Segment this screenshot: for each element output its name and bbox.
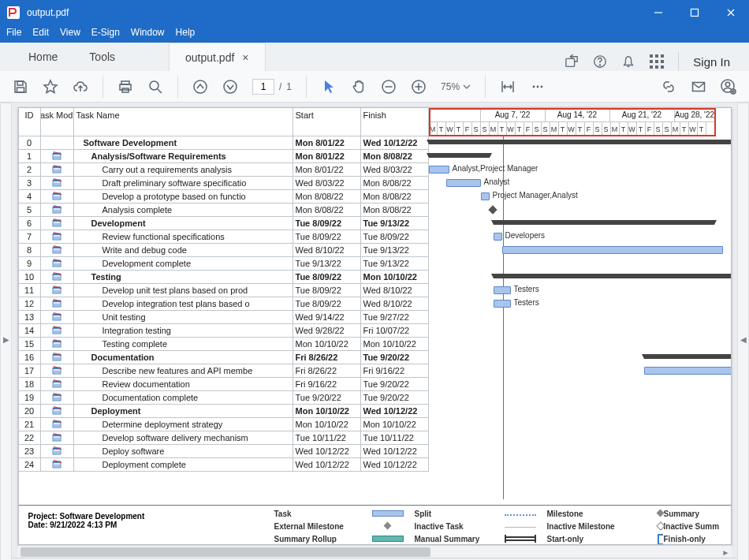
table-row: 17Describe new features and API membeFri…: [19, 364, 429, 378]
svg-rect-5: [566, 58, 575, 66]
hand-icon[interactable]: [351, 79, 367, 95]
task-mode-icon: [52, 205, 61, 215]
zoom-in-icon[interactable]: [411, 79, 427, 95]
table-row: 4Develop a prototype based on functioMon…: [19, 190, 429, 203]
svg-rect-47: [53, 248, 61, 253]
svg-point-16: [224, 80, 237, 93]
sign-in-button[interactable]: Sign In: [693, 55, 730, 69]
legend-date: Date: 9/21/2022 4:13 PM: [28, 521, 265, 529]
table-row: 19Documentation completeTue 9/20/22Tue 9…: [19, 391, 429, 405]
table-row: 18Review documentationFri 9/16/22Tue 9/2…: [19, 378, 429, 391]
task-mode-icon: [52, 326, 61, 335]
tab-tools[interactable]: Tools: [73, 43, 131, 71]
save-icon[interactable]: [13, 79, 28, 95]
svg-point-7: [600, 65, 601, 65]
svg-point-15: [194, 80, 207, 93]
table-row: 15Testing completeMon 10/10/22Mon 10/10/…: [19, 338, 429, 351]
legend-key-split: Split: [415, 510, 501, 518]
page-current-input[interactable]: [252, 79, 274, 95]
svg-rect-73: [53, 422, 61, 427]
svg-point-13: [150, 81, 158, 90]
svg-rect-71: [53, 409, 61, 414]
task-mode-icon: [52, 379, 61, 389]
svg-rect-75: [53, 435, 61, 441]
table-row: 7Review functional specificationsTue 8/0…: [19, 230, 429, 244]
task-mode-icon: [52, 366, 61, 375]
link-icon[interactable]: [661, 79, 676, 95]
legend-key-inactive-milestone: Inactive Milestone: [547, 522, 642, 531]
task-mode-icon: [52, 312, 61, 322]
table-row: 0Software DevelopmentMon 8/01/22Wed 10/1…: [19, 136, 429, 150]
fit-width-icon[interactable]: [500, 79, 516, 95]
task-mode-icon: [52, 393, 61, 402]
search-icon[interactable]: [147, 79, 163, 95]
window-title: output.pdf: [27, 7, 69, 18]
left-panel-toggle[interactable]: ▶: [0, 103, 12, 560]
horizontal-scrollbar[interactable]: ◄ ►: [18, 545, 732, 558]
svg-point-26: [541, 85, 543, 88]
legend-key-inactive-task: Inactive Task: [415, 522, 501, 531]
menu-window[interactable]: Window: [131, 27, 165, 38]
window-close-button[interactable]: [713, 0, 749, 25]
table-row: 24Deployment completeWed 10/12/22Wed 10/…: [19, 458, 429, 472]
task-mode-icon: [52, 272, 61, 282]
task-mode-icon: [52, 299, 61, 308]
task-mode-icon: [52, 245, 61, 255]
right-panel-toggle[interactable]: ◀: [737, 103, 749, 560]
apps-grid-icon[interactable]: [650, 54, 664, 69]
legend-project: Project: Software Development: [28, 512, 265, 521]
print-icon[interactable]: [117, 79, 133, 95]
menu-help[interactable]: Help: [176, 27, 196, 38]
menu-view[interactable]: View: [60, 27, 80, 38]
bell-icon[interactable]: [621, 54, 635, 69]
page-down-icon[interactable]: [222, 79, 238, 95]
page-up-icon[interactable]: [192, 79, 208, 95]
header-mode: Task Mode: [41, 108, 74, 136]
table-row: 13Unit testingWed 9/14/22Tue 9/27/22: [19, 311, 429, 324]
task-mode-icon: [52, 339, 61, 349]
menu-edit[interactable]: Edit: [32, 27, 49, 38]
zoom-out-icon[interactable]: [381, 79, 397, 95]
main-toolbar: / 1 75%: [0, 71, 749, 103]
table-row: 12Develop integration test plans based o…: [19, 297, 429, 311]
task-mode-icon: [52, 286, 61, 295]
svg-rect-51: [53, 274, 61, 280]
svg-rect-43: [53, 221, 61, 226]
menu-esign[interactable]: E-Sign: [91, 27, 120, 38]
table-row: 23Deploy softwareWed 10/12/22Wed 10/12/2…: [19, 445, 429, 458]
window-maximize-button[interactable]: [676, 0, 713, 25]
hscroll-thumb[interactable]: [20, 547, 430, 557]
share-icon[interactable]: [565, 54, 579, 69]
table-row: 16DocumentationFri 8/26/22Tue 9/20/22: [19, 351, 429, 364]
more-icon[interactable]: [530, 79, 546, 95]
profile-icon[interactable]: [721, 79, 736, 95]
table-row: 21Determine deployment strategyMon 10/10…: [19, 418, 429, 431]
star-icon[interactable]: [43, 79, 58, 95]
legend-key-manual-summary: Manual Summary: [415, 535, 501, 543]
cloud-upload-icon[interactable]: [73, 79, 88, 95]
tab-document[interactable]: output.pdf ×: [169, 43, 265, 71]
window-titlebar: output.pdf: [0, 0, 749, 25]
menu-file[interactable]: File: [6, 27, 21, 38]
svg-point-24: [533, 85, 535, 88]
table-row: 14Integration testingWed 9/28/22Fri 10/0…: [19, 324, 429, 338]
window-minimize-button[interactable]: [640, 0, 676, 25]
task-mode-icon: [52, 138, 61, 147]
page-total: 1: [286, 81, 292, 92]
table-row: 5Analysis completeMon 8/08/22Mon 8/08/22: [19, 203, 429, 217]
zoom-dropdown[interactable]: 75%: [441, 81, 471, 92]
task-mode-icon: [52, 165, 61, 174]
main-menubar: File Edit View E-Sign Window Help: [0, 25, 749, 43]
tab-home[interactable]: Home: [13, 43, 73, 71]
svg-rect-65: [53, 368, 61, 374]
table-row: 20DeploymentMon 10/10/22Wed 10/12/22: [19, 405, 429, 418]
cursor-icon[interactable]: [321, 79, 337, 95]
table-row: 10TestingTue 8/09/22Mon 10/10/22: [19, 271, 429, 284]
svg-rect-53: [53, 288, 61, 293]
legend-key-summary-rollup: Summary Rollup: [274, 535, 369, 543]
hscroll-right-arrow[interactable]: ►: [720, 546, 732, 558]
help-icon[interactable]: [593, 54, 607, 69]
tab-close-button[interactable]: ×: [242, 51, 248, 64]
mail-icon[interactable]: [691, 79, 706, 95]
viewport[interactable]: ID Task Mode Task Name Start Finish 0Sof…: [12, 103, 737, 560]
